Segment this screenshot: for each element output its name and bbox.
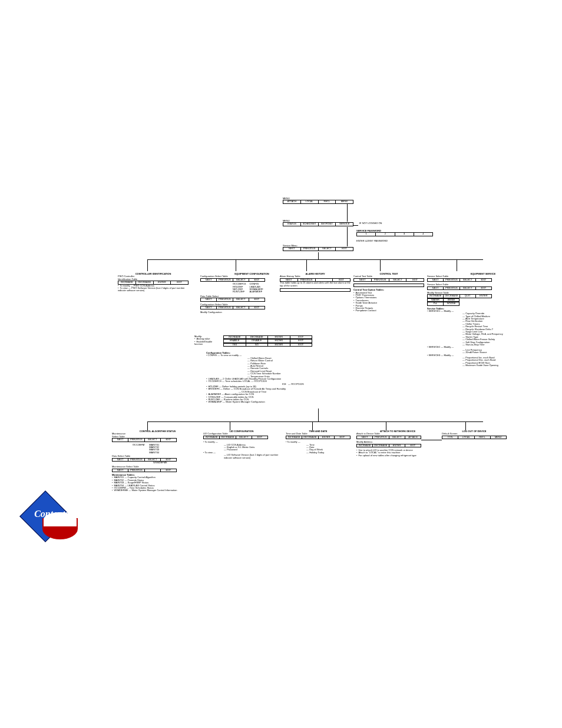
s2-items: Line Frequency 20mA Power Source (462, 349, 539, 354)
btn: DECREASE (220, 436, 236, 439)
btn: PREVIOUS (128, 439, 144, 441)
btn: PREVIOUS (444, 287, 459, 289)
wsm: WSMDEFME (153, 462, 203, 464)
btn: NODGE (444, 302, 459, 305)
btn: PREVIOUS (217, 279, 233, 281)
mod-buttons: INCREASE DECREASE ENTER EXIT (356, 444, 421, 447)
btn: DECREASE (444, 295, 459, 297)
btn: LOCAL (458, 436, 474, 439)
btn: ATTACH (405, 436, 421, 439)
control-test: CONTROL TEST Control Test Table NEXT PRE… (353, 273, 424, 312)
pw-buttons: 1 2 3 4 (356, 232, 433, 236)
n: Enable/Disable function (194, 341, 221, 346)
cfg-buttons: NEXT PREVIOUS SELECT EXIT (200, 278, 265, 282)
btn: NEXT (428, 287, 444, 289)
btn: INCREASE (204, 436, 220, 439)
btn: SELECT (460, 279, 476, 281)
btn: QUIT (460, 295, 476, 297)
btn: SELECT (233, 279, 249, 281)
menu-mid-buttons: STATUS SCHED/SET SETPOINT SERVICE (283, 222, 353, 226)
alarm-history: ALARM HISTORY Alarm History Table NEXT P… (280, 273, 351, 292)
btn: 1 (357, 233, 376, 235)
btn: INCREASE (286, 436, 302, 439)
btn: RECL (319, 200, 336, 203)
i: RUNT-DEF (233, 291, 246, 293)
btn: PREVIOUS (217, 307, 233, 309)
btn: EXIT (290, 340, 312, 342)
s3-items: Proportional Inc. each Band Proportional… (462, 357, 539, 367)
sub: PSIO Controller Identification Table (118, 275, 189, 281)
btn: EXIT (161, 439, 176, 441)
btn: LOCAL (301, 200, 319, 203)
menu-tree-diagram: MENU ATTACH LOCAL RECL MENU MENU STATUS … (88, 197, 542, 522)
cas-buttons: NEXT PREVIOUS SELECT EXIT (112, 438, 177, 442)
mod-items: LID CCN Address English or S.I. Metric U… (224, 444, 280, 452)
btn: DECREASE (246, 336, 269, 338)
i: Pumpdown Lockout (353, 309, 424, 312)
ct-box (353, 284, 424, 287)
btn: WATER (428, 299, 444, 301)
btn: PREVIOUS (217, 298, 233, 301)
log-out: LOG OUT OF DEVICE Default Screen CCN LOC… (442, 430, 507, 439)
svc-buttons: NEXT PREVIOUS SELECT EXIT (427, 278, 492, 282)
btn: MENU (491, 436, 506, 439)
btn: RECL (475, 436, 491, 439)
data-buttons: NEXT PREVIOUS SELECT EXIT (200, 298, 265, 301)
logout-buttons: CCN LOCAL RECL MENU (442, 436, 507, 439)
book-pages-icon (42, 518, 78, 539)
btn: SETPOINT (319, 223, 336, 225)
btn: ENABLE (224, 340, 246, 342)
btn: YES (224, 344, 246, 346)
controller-id: CONTROLLER IDENTIFICATION PSIO Controlle… (118, 273, 189, 292)
btn: P.d. (428, 302, 444, 305)
btn: EXIT (406, 279, 424, 281)
config-items: Chilled Water Reset Return Water Control… (247, 357, 342, 378)
btn: ENTER (268, 340, 290, 342)
option-items: Automated Test PSIO Thermistors Options … (353, 292, 424, 312)
btn: INCREASE (118, 281, 136, 284)
time-and-date: TIME AND DATE Time and Date Table INCREA… (286, 430, 351, 454)
btn: ATTACH (283, 200, 301, 203)
btn: SERVICE (336, 223, 353, 225)
cfg-sel2-buttons: NEXT PREVIOUS SELECT EXIT (200, 306, 265, 309)
btn: SCHED/SET (301, 223, 319, 225)
btn: EXIT (290, 336, 312, 338)
btn: NEXT (113, 439, 128, 441)
i: WSMDEFME — Water System Manager Control … (112, 489, 203, 492)
btn: NEXT (283, 248, 301, 250)
i: WSMALMDF — Water System Manager Configur… (206, 401, 342, 403)
n: For upload of new tables after changing … (356, 454, 439, 457)
view: To view — (204, 451, 215, 454)
lid-configuration: LID CONFIGURATION LID Configuration Tabl… (203, 430, 280, 459)
other-cfg-tables2: HOLIDEF — Define holiday periods (up to … (206, 386, 342, 391)
contents-link[interactable]: Contents (24, 498, 80, 542)
btn: NEXT (201, 279, 217, 281)
btn: EXIT (249, 279, 265, 281)
mod: To modify — (287, 440, 300, 443)
note: To view — PSIO Software Version (last 2 … (118, 287, 189, 292)
occ-items: MAINT01 MAINT02 MAINT03 MAINT04 (149, 444, 159, 454)
btn: PREVIOUS (301, 248, 319, 250)
i: ALARMDEF (249, 291, 263, 293)
btn: EXIT (405, 444, 421, 447)
btn: SELECT (145, 439, 161, 441)
btn: DECREASE (302, 436, 318, 439)
td-items: Time Date Day of Week Holiday Today (306, 444, 351, 454)
mod-row3: YES NO ENTER EXIT (223, 343, 312, 347)
btn: INCREASE (224, 336, 246, 338)
btn: NEXT (201, 298, 217, 301)
maint-buttons: NEXT PREVIOUS EXIT (112, 469, 177, 472)
menu-top-buttons: ATTACH LOCAL RECL MENU (283, 200, 353, 203)
cfg-col2: CONFIG LEADLAG WSMALMDF ALARMDEF (249, 283, 263, 294)
ctrl-test-buttons: NEXT PREVIOUS SELECT EXIT (353, 278, 424, 282)
btn: NEXT (113, 459, 128, 461)
btn: BRINE (444, 299, 459, 301)
s1-items: Capacity Override Type of Chilled Medium… (462, 312, 539, 346)
btn: EXIT (476, 287, 491, 289)
btn: EXIT (336, 248, 353, 250)
service-menu: Service Menu NEXT PREVIOUS SELECT EXIT (283, 245, 353, 251)
contents-label: Contents (24, 509, 80, 519)
view-items: LID Software Version (last 2 digits of p… (224, 454, 280, 459)
btn: ENTER (268, 336, 290, 338)
lid-buttons: INCREASE DECREASE SELECT EXIT (203, 436, 268, 439)
